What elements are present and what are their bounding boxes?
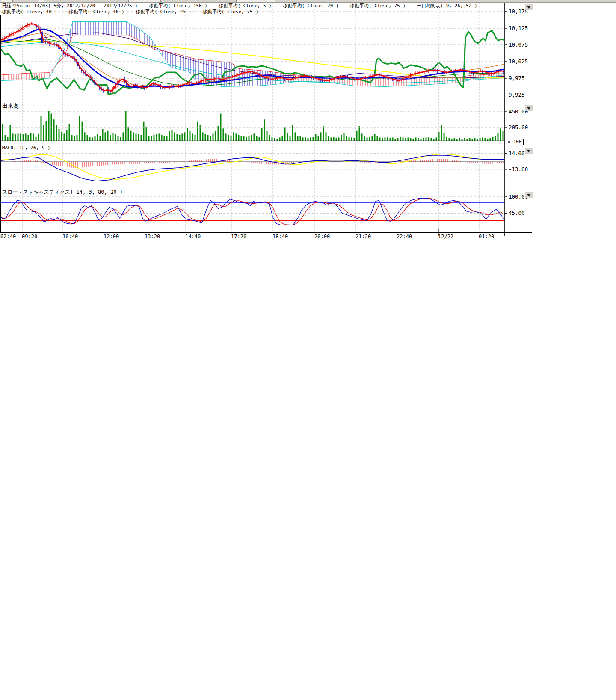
x-axis-label: 09:20 bbox=[22, 234, 37, 240]
y-axis-label: 9,975 bbox=[509, 75, 525, 81]
y-axis-label: 10,125 bbox=[509, 25, 528, 31]
volume-bars bbox=[2, 111, 504, 141]
macd-panel-dropdown-button[interactable] bbox=[525, 148, 533, 154]
x-axis-label: 13:20 bbox=[145, 234, 160, 240]
x-axis-label: 18:40 bbox=[272, 234, 288, 240]
x-axis-label: 12/22 bbox=[438, 234, 453, 240]
volume-panel-dropdown-button[interactable] bbox=[525, 105, 533, 111]
macd-histogram bbox=[1, 159, 503, 168]
x-axis-label: 17:20 bbox=[231, 234, 246, 240]
volume-panel-title: 出来高 bbox=[2, 102, 19, 110]
stochastics-panel-title: スロー・ストキャスティクス( 14, 3, 80, 20 ) bbox=[2, 189, 123, 196]
stochastics-panel-dropdown-button[interactable] bbox=[525, 192, 533, 198]
chart-legend-line-1: 日経225mini 13/03( 5分, 2012/12/20 - 2012/1… bbox=[2, 3, 477, 9]
chart-legend-line-2: 移動平均( Close, 40 ) 移動平均( Close, 10 ) 移動平均… bbox=[2, 9, 258, 15]
chevron-down-icon bbox=[527, 150, 531, 152]
y-axis-label: -13.00 bbox=[509, 166, 528, 172]
x-axis-label: 20:00 bbox=[314, 234, 330, 240]
price-panel-dropdown-button[interactable] bbox=[525, 4, 533, 10]
x-axis-label: 01:20 bbox=[479, 234, 494, 240]
y-axis-label: 10,025 bbox=[509, 58, 528, 65]
price-panel[interactable] bbox=[1, 21, 504, 94]
candles-layer bbox=[2, 21, 505, 93]
stochastics-panel[interactable] bbox=[0, 198, 505, 225]
x-axis-label: 14:40 bbox=[185, 234, 201, 240]
y-axis-label: 205.00 bbox=[509, 124, 528, 131]
x-axis-label: 21:20 bbox=[355, 234, 371, 240]
gridlines bbox=[0, 3, 505, 231]
chart-canvas[interactable]: 10,17510,12510,07510,0259,9759,925450.00… bbox=[0, 0, 539, 246]
volume-panel[interactable] bbox=[0, 111, 505, 141]
x-axis-label: 02:40 bbox=[0, 234, 16, 240]
y-axis-label: 9,925 bbox=[509, 92, 525, 98]
stoch-k-line bbox=[1, 198, 504, 225]
y-axis-label: 14.00 bbox=[509, 150, 525, 157]
y-axis-label: 10,075 bbox=[509, 42, 528, 48]
chevron-down-icon bbox=[527, 194, 531, 196]
volume-multiplier-badge: × 100 bbox=[506, 139, 524, 145]
x-axis-label: 12:00 bbox=[104, 234, 119, 240]
y-axis-label: 45.00 bbox=[509, 210, 525, 216]
x-axis-label: 10:40 bbox=[62, 234, 78, 240]
macd-line bbox=[1, 155, 504, 181]
macd-panel-title: MACD( 12, 26, 9 ) bbox=[2, 145, 50, 151]
macd-panel[interactable] bbox=[0, 154, 505, 181]
chevron-down-icon bbox=[527, 107, 531, 110]
chevron-down-icon bbox=[527, 6, 531, 9]
x-axis-label: 22:40 bbox=[397, 234, 412, 240]
